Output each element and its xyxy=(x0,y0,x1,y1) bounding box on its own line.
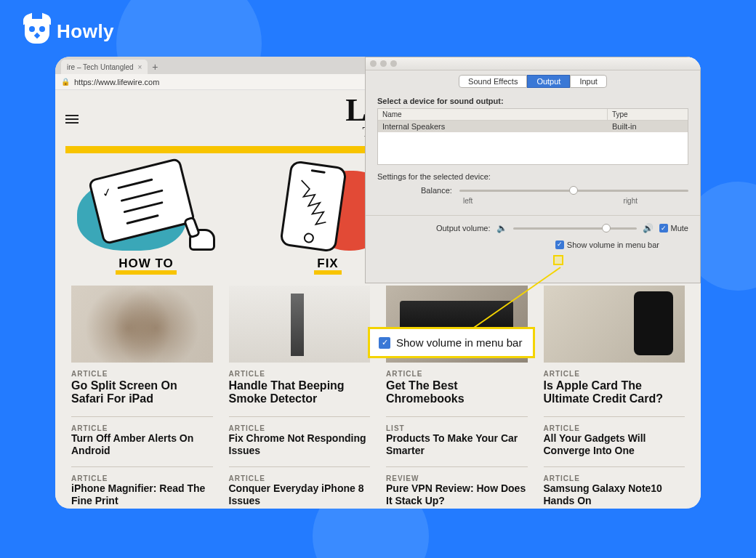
highlight-marker xyxy=(553,255,563,265)
article-title[interactable]: Turn Off Amber Alerts On Android xyxy=(71,432,213,457)
browser-tab[interactable]: ire – Tech Untangled × xyxy=(61,60,148,74)
new-tab-button[interactable]: + xyxy=(148,61,162,74)
article-title[interactable]: All Your Gadgets Will Converge Into One xyxy=(544,432,685,457)
article-title[interactable]: Fix Chrome Not Responding Issues xyxy=(229,432,371,457)
device-row[interactable]: Internal Speakers Built-in xyxy=(378,121,688,132)
howly-logo: Howly xyxy=(25,19,114,44)
output-volume-slider[interactable] xyxy=(513,223,637,233)
article-kicker: ARTICLE xyxy=(229,370,371,378)
callout-label: Show volume in menu bar xyxy=(396,336,522,349)
tab-input[interactable]: Input xyxy=(570,75,606,88)
col-name: Name xyxy=(378,109,608,120)
show-volume-label: Show volume in menu bar xyxy=(567,240,659,249)
close-icon[interactable]: × xyxy=(138,63,142,71)
article-title[interactable]: Samsung Galaxy Note10 Hands On xyxy=(544,482,685,507)
checkbox-icon: ✓ xyxy=(379,337,390,349)
article-title[interactable]: iPhone Magnifier: Read The Fine Print xyxy=(71,482,213,507)
article-title[interactable]: Conquer Everyday iPhone 8 Issues xyxy=(229,482,371,507)
col-type: Type xyxy=(608,109,688,120)
screenshot-card: ire – Tech Untangled × + 🔒 https://www.l… xyxy=(55,57,701,509)
article-kicker: ARTICLE xyxy=(71,424,213,432)
article-grid: ARTICLE Go Split Screen On Safari For iP… xyxy=(55,275,701,507)
article-kicker: ARTICLE xyxy=(544,474,685,482)
mute-checkbox[interactable]: ✓Mute xyxy=(659,224,688,232)
article-kicker: ARTICLE xyxy=(229,424,371,432)
article-kicker: ARTICLE xyxy=(71,370,213,378)
tab-output[interactable]: Output xyxy=(527,75,570,88)
tab-sound-effects[interactable]: Sound Effects xyxy=(459,75,527,88)
device-settings-label: Settings for the selected device: xyxy=(377,172,688,181)
lock-icon: 🔒 xyxy=(61,78,70,86)
article-kicker: REVIEW xyxy=(386,474,528,482)
tab-title: ire – Tech Untangled xyxy=(67,63,134,71)
balance-label: Balance: xyxy=(421,186,452,195)
hero-fix-label: FIX xyxy=(314,256,341,275)
callout-show-volume: ✓ Show volume in menu bar xyxy=(368,327,535,358)
hero-howto[interactable]: ✓ HOW TO xyxy=(77,163,215,271)
article-column: ARTICLE Is Apple Card The Ultimate Credi… xyxy=(544,286,685,507)
article-title[interactable]: Go Split Screen On Safari For iPad xyxy=(71,379,213,406)
hamburger-icon[interactable] xyxy=(65,115,79,124)
article-title[interactable]: Is Apple Card The Ultimate Credit Card? xyxy=(544,379,685,406)
owl-icon xyxy=(25,19,49,44)
article-thumb[interactable] xyxy=(544,286,685,363)
article-kicker: ARTICLE xyxy=(544,424,685,432)
article-kicker: ARTICLE xyxy=(71,474,213,482)
window-titlebar[interactable] xyxy=(366,57,700,70)
output-volume-label: Output volume: xyxy=(436,224,491,232)
traffic-lights-icon[interactable] xyxy=(370,60,397,67)
sound-tabs: Sound Effects Output Input xyxy=(366,75,700,88)
howly-brand-text: Howly xyxy=(57,20,114,43)
article-title[interactable]: Get The Best Chromebooks xyxy=(386,379,528,406)
device-type: Built-in xyxy=(608,121,688,132)
show-volume-checkbox[interactable]: ✓Show volume in menu bar xyxy=(555,240,659,249)
sound-preferences-panel: Sound Effects Output Input Select a devi… xyxy=(365,57,701,283)
article-column: ARTICLE Handle That Beeping Smoke Detect… xyxy=(229,286,371,507)
article-title[interactable]: Pure VPN Review: How Does It Stack Up? xyxy=(386,482,528,507)
url-text: https://www.lifewire.com xyxy=(74,78,159,86)
article-thumb[interactable] xyxy=(71,286,213,363)
balance-left-label: left xyxy=(463,197,472,205)
select-device-label: Select a device for sound output: xyxy=(377,97,688,105)
output-device-table[interactable]: Name Type Internal Speakers Built-in xyxy=(377,108,688,165)
balance-right-label: right xyxy=(624,197,638,205)
article-column: ARTICLE Get The Best Chromebooks LIST Pr… xyxy=(386,286,528,507)
mute-label: Mute xyxy=(671,224,688,232)
article-kicker: LIST xyxy=(386,424,528,432)
device-name: Internal Speakers xyxy=(378,121,608,132)
article-column: ARTICLE Go Split Screen On Safari For iP… xyxy=(71,286,213,507)
article-kicker: ARTICLE xyxy=(544,370,685,378)
article-title[interactable]: Handle That Beeping Smoke Detector xyxy=(229,379,371,406)
speaker-high-icon: 🔊 xyxy=(643,223,654,233)
article-kicker: ARTICLE xyxy=(386,370,528,378)
speaker-low-icon: 🔈 xyxy=(496,223,507,233)
article-title[interactable]: Products To Make Your Car Smarter xyxy=(386,432,528,457)
article-kicker: ARTICLE xyxy=(229,474,371,482)
article-thumb[interactable] xyxy=(229,286,371,363)
hero-howto-label: HOW TO xyxy=(116,256,177,275)
balance-slider[interactable] xyxy=(459,185,688,195)
